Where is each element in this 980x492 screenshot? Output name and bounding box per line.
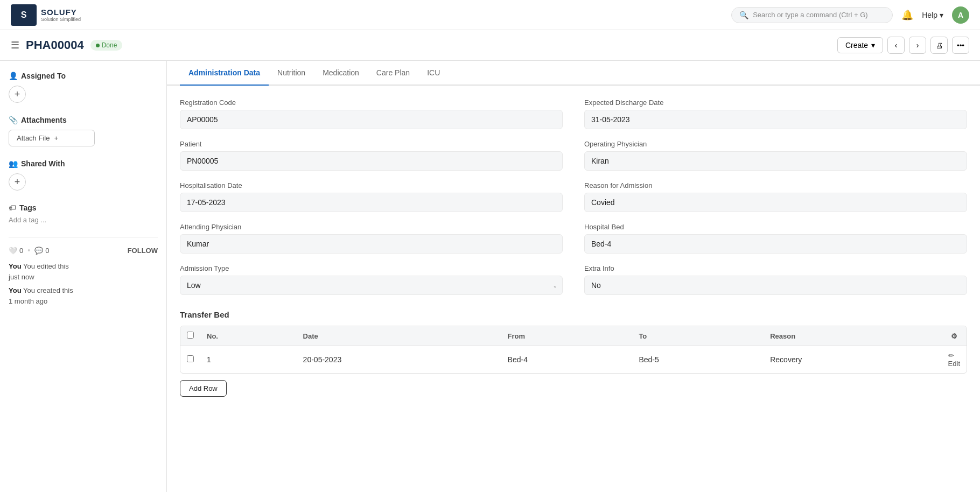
follow-button[interactable]: FOLLOW (128, 247, 158, 255)
reason-admission-input[interactable] (584, 193, 967, 212)
tag-icon: 🏷 (9, 203, 16, 212)
status-badge: Done (90, 40, 123, 51)
patient-input[interactable] (180, 151, 563, 171)
cell-date: 20-05-2023 (297, 346, 501, 374)
tab-care-plan[interactable]: Care Plan (368, 61, 418, 86)
main-content: Administration DataNutritionMedicationCa… (167, 61, 980, 492)
logo-icon: S (11, 4, 37, 26)
header-actions: Create ▾ ‹ › 🖨 ••• (837, 37, 969, 54)
next-button[interactable]: › (909, 37, 926, 54)
hospitalisation-date-label: Hospitalisation Date (180, 181, 563, 189)
patient-label: Patient (180, 140, 563, 148)
people-icon: 👥 (9, 159, 18, 168)
add-tag-button[interactable]: Add a tag ... (9, 216, 46, 224)
user-icon: 👤 (9, 72, 18, 80)
comments-item: 💬 0 (34, 247, 49, 255)
admission-type-wrapper: Low Medium High (180, 276, 563, 295)
operating-physician-input[interactable] (584, 151, 967, 171)
attachments-title: 📎 Attachments (9, 116, 158, 124)
edit-button[interactable]: ✏ Edit (948, 352, 960, 368)
patient-group: Patient (180, 140, 563, 171)
registration-code-group: Registration Code (180, 99, 563, 129)
comment-icon: 💬 (34, 247, 43, 255)
help-button[interactable]: Help ▾ (922, 11, 943, 19)
shared-with-section: 👥 Shared With + (9, 159, 158, 191)
admission-type-label: Admission Type (180, 264, 563, 272)
avatar[interactable]: A (952, 6, 969, 24)
sidebar: 👤 Assigned To + 📎 Attachments Attach Fil… (0, 61, 167, 492)
header-settings: ⚙ (942, 326, 967, 346)
transfer-bed-section: Transfer Bed No. Date From To (180, 310, 967, 397)
tab-icu[interactable]: ICU (418, 61, 449, 86)
tags-section: 🏷 Tags Add a tag ... (9, 203, 158, 224)
bell-icon[interactable]: 🔔 (901, 9, 913, 21)
cell-to: Bed-5 (632, 346, 764, 374)
tab-administration-data[interactable]: Administration Data (180, 61, 269, 86)
admission-type-select[interactable]: Low Medium High (180, 276, 563, 295)
hospitalisation-date-input[interactable] (180, 193, 563, 212)
chevron-down-icon: ▾ (871, 41, 875, 50)
status-dot (96, 44, 100, 47)
attending-physician-group: Attending Physician (180, 223, 563, 254)
row-checkbox[interactable] (187, 355, 194, 362)
tags-title: 🏷 Tags (9, 203, 158, 212)
chevron-down-icon: ▾ (940, 11, 943, 19)
hospitalisation-date-group: Hospitalisation Date (180, 181, 563, 212)
tabs-bar: Administration DataNutritionMedicationCa… (167, 61, 980, 86)
table-body: 1 20-05-2023 Bed-4 Bed-5 Recovery ✏ Edit (180, 346, 967, 374)
extra-info-input[interactable] (584, 276, 967, 295)
status-label: Done (102, 41, 117, 49)
hospital-bed-label: Hospital Bed (584, 223, 967, 231)
select-all-checkbox[interactable] (187, 332, 194, 339)
likes-row: 🤍 0 • 💬 0 FOLLOW (9, 246, 158, 255)
logo-title: SOLUFY (41, 8, 81, 17)
main-layout: 👤 Assigned To + 📎 Attachments Attach Fil… (0, 61, 980, 492)
cell-edit: ✏ Edit (942, 346, 967, 374)
prev-button[interactable]: ‹ (887, 37, 905, 54)
create-button[interactable]: Create ▾ (837, 37, 883, 53)
shared-with-title: 👥 Shared With (9, 159, 158, 168)
search-bar[interactable]: 🔍 (731, 7, 893, 23)
dot-separator: • (27, 246, 30, 255)
add-shared-button[interactable]: + (9, 173, 26, 191)
header-to: To (632, 326, 764, 346)
hospital-bed-group: Hospital Bed (584, 223, 967, 254)
extra-info-label: Extra Info (584, 264, 967, 272)
operating-physician-label: Operating Physician (584, 140, 967, 148)
tab-nutrition[interactable]: Nutrition (269, 61, 314, 86)
menu-icon[interactable]: ☰ (11, 39, 19, 51)
hospital-bed-input[interactable] (584, 234, 967, 254)
header-from: From (501, 326, 633, 346)
paperclip-icon: 📎 (9, 116, 18, 124)
expected-discharge-input[interactable] (584, 110, 967, 129)
transfer-bed-table-container: No. Date From To Reason ⚙ (180, 326, 967, 374)
cell-reason: Recovery (764, 346, 941, 374)
assigned-to-section: 👤 Assigned To + (9, 72, 158, 103)
logo: S SOLUFY Solution Simplified (11, 4, 81, 26)
form-area: Registration Code Expected Discharge Dat… (167, 86, 980, 410)
settings-icon[interactable]: ⚙ (951, 332, 957, 340)
add-row-button[interactable]: Add Row (180, 380, 227, 397)
header-reason: Reason (764, 326, 941, 346)
header-no: No. (200, 326, 297, 346)
search-icon: 🔍 (739, 11, 748, 19)
cell-from: Bed-4 (501, 346, 633, 374)
sidebar-divider (9, 237, 158, 237)
search-input[interactable] (753, 11, 885, 19)
logo-subtitle: Solution Simplified (41, 17, 81, 22)
add-assigned-button[interactable]: + (9, 86, 26, 103)
operating-physician-group: Operating Physician (584, 140, 967, 171)
admission-type-group: Admission Type Low Medium High (180, 264, 563, 295)
attending-physician-input[interactable] (180, 234, 563, 254)
logo-text: SOLUFY Solution Simplified (41, 8, 81, 22)
expected-discharge-group: Expected Discharge Date (584, 99, 967, 129)
attach-file-button[interactable]: Attach File + (9, 130, 95, 146)
extra-info-group: Extra Info (584, 264, 967, 295)
expected-discharge-label: Expected Discharge Date (584, 99, 967, 107)
attending-physician-label: Attending Physician (180, 223, 563, 231)
tab-medication[interactable]: Medication (314, 61, 368, 86)
likes-item: 🤍 0 (9, 247, 23, 255)
registration-code-input[interactable] (180, 110, 563, 129)
more-options-button[interactable]: ••• (952, 37, 969, 54)
print-button[interactable]: 🖨 (930, 37, 948, 54)
